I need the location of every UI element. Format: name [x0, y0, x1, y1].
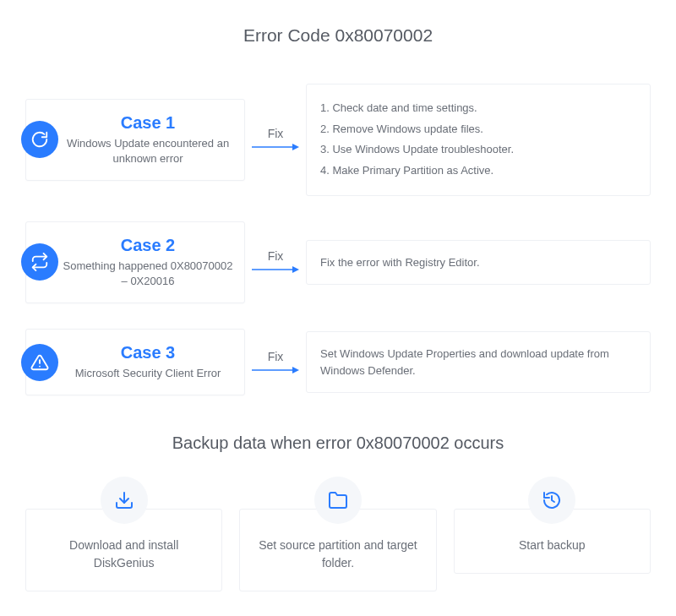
svg-marker-7 — [292, 367, 299, 373]
step-start-backup: Start backup — [454, 477, 651, 591]
download-icon — [101, 477, 148, 524]
fix-label: Fix — [268, 249, 284, 263]
backup-steps: Download and install DiskGenius Set sour… — [25, 477, 651, 591]
arrow-icon — [252, 264, 299, 275]
refresh-icon — [21, 121, 58, 158]
fix-arrow: Fix — [250, 350, 301, 375]
fix-line: 2. Remove Windows update files. — [320, 119, 636, 140]
fix-line: 1. Check date and time settings. — [320, 98, 636, 119]
arrow-icon — [252, 365, 299, 375]
case-desc: Microsoft Security Client Error — [60, 366, 236, 381]
step-text: Download and install DiskGenius — [40, 537, 208, 572]
page-title: Error Code 0x80070002 — [0, 0, 676, 46]
fix-line: Fix the error with Registry Editor. — [320, 254, 636, 271]
case-row-3: Case 3 Microsoft Security Client Error F… — [25, 329, 651, 395]
fix-line: 4. Make Primary Partition as Active. — [320, 161, 636, 182]
case-desc: Windows Update encountered an unknown er… — [60, 136, 236, 166]
case-fix-card: Fix the error with Registry Editor. — [306, 240, 651, 286]
cases-section: Case 1 Windows Update encountered an unk… — [0, 84, 676, 395]
case-left-card: Case 3 Microsoft Security Client Error — [25, 329, 245, 395]
case-title: Case 3 — [60, 343, 236, 363]
case-left-card: Case 1 Windows Update encountered an unk… — [25, 99, 245, 181]
fix-line: Set Windows Update Properties and downlo… — [320, 346, 636, 379]
case-fix-card: Set Windows Update Properties and downlo… — [306, 331, 651, 393]
svg-marker-1 — [292, 144, 299, 150]
fix-arrow: Fix — [250, 127, 301, 152]
history-icon — [528, 477, 575, 524]
retweet-icon — [21, 243, 58, 281]
fix-line: 3. Use Windows Update troubleshooter. — [320, 139, 636, 161]
case-desc: Something happened 0X80070002 – 0X20016 — [60, 259, 236, 289]
fix-arrow: Fix — [250, 249, 301, 275]
step-download: Download and install DiskGenius — [25, 477, 222, 591]
case-fix-card: 1. Check date and time settings. 2. Remo… — [306, 84, 651, 196]
backup-subtitle: Backup data when error 0x80070002 occurs — [0, 433, 676, 453]
step-text: Set source partition and target folder. — [254, 537, 422, 572]
warning-icon — [21, 344, 58, 381]
fix-label: Fix — [268, 350, 284, 363]
folder-icon — [314, 477, 362, 524]
case-left-card: Case 2 Something happened 0X80070002 – 0… — [25, 221, 245, 303]
arrow-icon — [252, 142, 299, 152]
case-row-2: Case 2 Something happened 0X80070002 – 0… — [25, 221, 651, 303]
step-text: Start backup — [468, 537, 636, 554]
case-title: Case 2 — [60, 236, 236, 255]
svg-marker-3 — [292, 266, 299, 273]
case-row-1: Case 1 Windows Update encountered an unk… — [25, 84, 651, 196]
case-title: Case 1 — [60, 113, 236, 133]
step-set-source: Set source partition and target folder. — [239, 477, 436, 591]
fix-label: Fix — [268, 127, 284, 140]
